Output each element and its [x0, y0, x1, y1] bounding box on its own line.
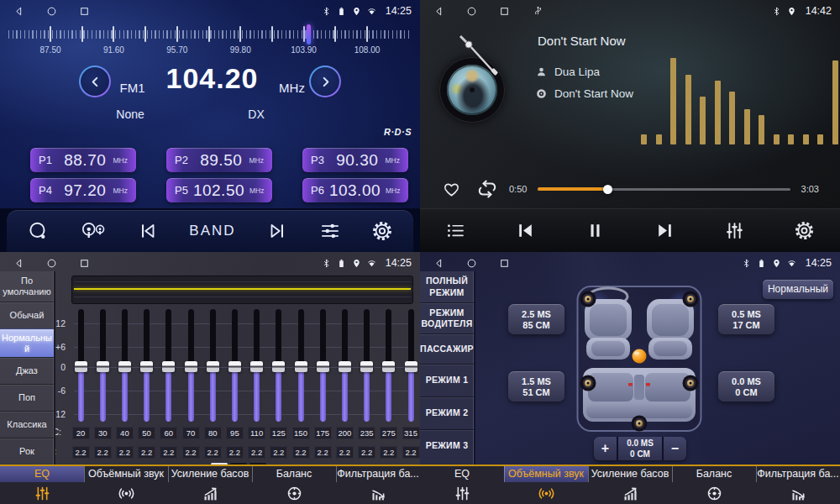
favorite-icon[interactable]	[442, 180, 461, 199]
mode-2[interactable]: ПАССАЖИР	[420, 333, 474, 364]
tab-balance[interactable]: Баланс	[672, 466, 756, 504]
q-value-10[interactable]: 2.2	[292, 446, 310, 459]
mode-5[interactable]: РЕЖИМ 3	[420, 429, 474, 462]
pause-icon[interactable]	[585, 220, 606, 241]
q-value-14[interactable]: 2.2	[380, 446, 397, 459]
equalizer-icon[interactable]	[724, 220, 745, 241]
q-value-2[interactable]: 2.2	[116, 446, 134, 459]
eq-band-slider-7[interactable]	[232, 309, 238, 422]
radio-preset-P4[interactable]: P497.20MHz	[30, 178, 136, 202]
q-value-4[interactable]: 2.2	[160, 446, 177, 459]
recents-icon[interactable]	[79, 6, 90, 17]
eq-band-slider-6[interactable]	[210, 309, 216, 422]
q-value-8[interactable]: 2.2	[248, 446, 265, 459]
mode-3[interactable]: РЕЖИМ 1	[420, 364, 474, 396]
tab-eq[interactable]: EQ	[0, 466, 84, 504]
gear-icon[interactable]	[794, 220, 815, 241]
back-icon[interactable]	[13, 258, 24, 269]
q-value-5[interactable]: 2.2	[182, 446, 200, 459]
eq-preset-4[interactable]: Поп	[0, 384, 54, 411]
tune-down-button[interactable]	[79, 66, 111, 97]
delay-rear-left-button[interactable]: 1.5 MS 51 CM	[508, 371, 564, 402]
fc-value-10[interactable]: 150	[292, 427, 310, 439]
q-value-12[interactable]: 2.2	[336, 446, 354, 459]
fc-value-2[interactable]: 40	[116, 427, 134, 439]
fc-value-8[interactable]: 110	[248, 427, 265, 439]
fc-value-7[interactable]: 95	[226, 427, 244, 439]
slider-thumb[interactable]	[228, 361, 241, 372]
radio-preset-P1[interactable]: P188.70MHz	[30, 148, 136, 172]
tab-eq[interactable]: EQ	[420, 466, 504, 504]
broadcast-icon[interactable]	[79, 220, 106, 242]
q-value-9[interactable]: 2.2	[270, 446, 287, 459]
fc-value-11[interactable]: 175	[314, 427, 332, 439]
next-track-icon[interactable]	[654, 220, 675, 241]
eq-band-slider-13[interactable]	[364, 309, 370, 422]
tab-bass-boost[interactable]: Усиление басов	[168, 466, 252, 504]
tab-balance[interactable]: Баланс	[252, 466, 336, 504]
decrease-delay-button[interactable]: −	[664, 437, 686, 460]
delay-front-left-button[interactable]: 2.5 MS 85 CM	[508, 304, 564, 334]
speaker-subwoofer[interactable]	[632, 416, 648, 432]
fc-value-15[interactable]: 315	[402, 427, 420, 439]
q-value-1[interactable]: 2.2	[94, 446, 112, 459]
home-icon[interactable]	[46, 258, 57, 269]
profile-normal-button[interactable]: Нормальный	[763, 280, 833, 299]
q-value-6[interactable]: 2.2	[204, 446, 222, 459]
back-icon[interactable]	[433, 258, 444, 269]
slider-thumb[interactable]	[360, 361, 373, 372]
eq-band-slider-5[interactable]	[188, 309, 194, 422]
tab-surround[interactable]: Объёмный звук	[84, 466, 168, 504]
eq-preset-2[interactable]: Нормальный	[0, 328, 54, 357]
eq-preset-3[interactable]: Джаз	[0, 357, 54, 384]
radio-preset-P6[interactable]: P6103.00MHz	[302, 178, 408, 202]
eq-band-slider-14[interactable]	[386, 309, 391, 422]
radio-preset-P5[interactable]: P5102.50MHz	[166, 178, 272, 202]
eq-band-slider-2[interactable]	[122, 309, 128, 422]
repeat-icon[interactable]	[476, 178, 498, 200]
speaker-rear-left[interactable]	[580, 375, 596, 391]
eq-band-slider-0[interactable]	[78, 309, 84, 422]
fc-value-3[interactable]: 50	[138, 427, 155, 439]
slider-thumb[interactable]	[405, 361, 417, 372]
fc-value-5[interactable]: 70	[182, 427, 200, 439]
scan-icon[interactable]	[27, 220, 49, 242]
tab-surround[interactable]: Объёмный звук	[504, 466, 588, 504]
slider-thumb[interactable]	[75, 361, 87, 372]
q-value-15[interactable]: 2.2	[402, 446, 420, 459]
q-value-0[interactable]: 2.2	[72, 446, 90, 459]
eq-band-slider-15[interactable]	[408, 309, 414, 422]
tab-bass-boost[interactable]: Усиление басов	[588, 466, 672, 504]
fc-value-13[interactable]: 235	[358, 427, 375, 439]
back-icon[interactable]	[13, 6, 24, 17]
recents-icon[interactable]	[499, 258, 510, 269]
eq-band-slider-8[interactable]	[254, 309, 260, 422]
slider-thumb[interactable]	[140, 361, 153, 372]
eq-band-slider-1[interactable]	[100, 309, 106, 422]
fc-value-4[interactable]: 60	[160, 427, 177, 439]
fc-value-0[interactable]: 20	[72, 427, 90, 439]
sliders-icon[interactable]	[319, 220, 341, 242]
tab-bass-filter[interactable]: Фильтрация ба...	[756, 466, 840, 504]
gear-icon[interactable]	[371, 220, 393, 242]
fc-value-14[interactable]: 275	[380, 427, 397, 439]
tab-bass-filter[interactable]: Фильтрация ба...	[336, 466, 420, 504]
eq-preset-0[interactable]: По умолчанию	[0, 271, 54, 302]
playlist-icon[interactable]	[445, 220, 466, 241]
speaker-front-left[interactable]	[580, 291, 596, 307]
home-icon[interactable]	[466, 6, 477, 17]
mode-4[interactable]: РЕЖИМ 2	[420, 396, 474, 429]
slider-thumb[interactable]	[207, 361, 219, 372]
eq-band-slider-3[interactable]	[144, 309, 150, 422]
slider-thumb[interactable]	[118, 361, 131, 372]
slider-thumb[interactable]	[250, 361, 263, 372]
radio-preset-P2[interactable]: P289.50MHz	[166, 148, 272, 172]
fc-value-1[interactable]: 30	[94, 427, 112, 439]
q-value-3[interactable]: 2.2	[138, 446, 155, 459]
eq-band-slider-11[interactable]	[320, 309, 326, 422]
delay-front-right-button[interactable]: 0.5 MS 17 CM	[718, 304, 774, 334]
seek-previous-icon[interactable]	[137, 220, 159, 242]
back-icon[interactable]	[433, 6, 444, 17]
home-icon[interactable]	[46, 6, 57, 17]
progress-thumb[interactable]	[603, 185, 612, 194]
